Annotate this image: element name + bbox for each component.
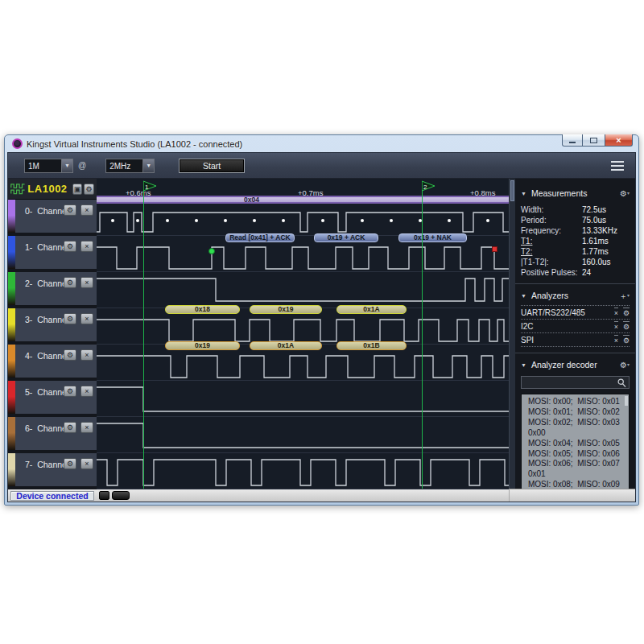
channel-settings-button[interactable]: ⚙ <box>64 313 76 324</box>
channel-color-strip <box>8 272 15 305</box>
titlebar[interactable]: Kingst Virtual Instruments Studio (LA100… <box>7 135 636 152</box>
trigger-line-2[interactable] <box>422 182 423 489</box>
measurement-label: Frequency: <box>521 225 582 236</box>
gear-icon[interactable]: ⚙▾ <box>620 189 630 198</box>
decoder-list[interactable]: MOSI: 0x00; MISO: 0x01MOSI: 0x01; MISO: … <box>521 394 630 489</box>
vertical-scrollbar[interactable] <box>509 179 515 489</box>
channel-close-button[interactable]: × <box>80 204 93 216</box>
analyzer-row[interactable]: I2C×⚙ <box>521 320 630 333</box>
channel-close-button[interactable]: × <box>80 349 93 361</box>
remove-analyzer-icon[interactable]: × <box>614 321 618 331</box>
measurement-value: 1.61ms <box>582 236 609 246</box>
channel-close-button[interactable]: × <box>80 386 93 397</box>
channel-settings-button[interactable]: ⚙ <box>64 349 76 361</box>
gear-icon[interactable]: ⚙▾ <box>620 361 630 369</box>
collapse-icon[interactable]: ▼ <box>521 293 526 299</box>
measurement-label: |T1-T2|: <box>521 257 582 267</box>
decoder-search <box>521 376 630 389</box>
waveform-row-ch6[interactable] <box>97 417 509 453</box>
vertical-scrollbar-thumb[interactable] <box>510 180 514 201</box>
decoder-line: MOSI: 0x00; MISO: 0x01 <box>528 397 629 407</box>
measurement-value: 24 <box>582 267 591 278</box>
wave-area[interactable]: +0.6ms +0.7ms +0.8ms 1 2 0x <box>97 179 509 489</box>
analyzer-settings-icon[interactable]: ⚙ <box>623 321 630 331</box>
menu-icon[interactable] <box>611 161 624 171</box>
channel-settings-button[interactable]: ⚙ <box>64 241 76 252</box>
t1-marker[interactable] <box>208 248 215 254</box>
analyzer-label: I2C <box>521 322 534 331</box>
waveform-row-ch0[interactable] <box>97 200 509 236</box>
analyzer-settings-icon[interactable]: ⚙ <box>623 308 630 317</box>
at-label: @ <box>78 161 86 170</box>
device-settings-button[interactable]: ⚙ <box>84 184 94 195</box>
measurement-row: Frequency:13.33KHz <box>521 225 630 236</box>
chevron-down-icon[interactable]: ▼ <box>61 159 73 173</box>
channel-close-button[interactable]: × <box>80 458 93 469</box>
analyzer-row[interactable]: SPI×⚙ <box>521 333 630 347</box>
close-button[interactable]: × <box>605 134 633 147</box>
measurements-header[interactable]: ▼ Measurements ⚙▾ <box>521 187 630 200</box>
decoder-line: MOSI: 0x08; MISO: 0x09 <box>528 480 629 489</box>
channel-color-strip <box>8 453 15 486</box>
status-bar: Device connected <box>8 489 635 502</box>
add-analyzer-icon[interactable]: ＋▾ <box>619 291 630 300</box>
collapse-icon[interactable]: ▼ <box>521 362 526 368</box>
maximize-icon <box>590 138 597 143</box>
remove-analyzer-icon[interactable]: × <box>614 308 618 317</box>
channel-row[interactable]: 1- Channel 1⚙× <box>8 236 97 272</box>
collapse-icon[interactable]: ▼ <box>521 191 526 196</box>
remove-analyzer-icon[interactable]: × <box>614 335 618 345</box>
decoder-scrollbar-thumb[interactable] <box>625 396 628 406</box>
channel-row[interactable]: 5- Channel 5⚙× <box>8 381 97 417</box>
chevron-down-icon[interactable]: ▼ <box>142 159 155 173</box>
analyzer-row[interactable]: UART/RS232/485×⚙ <box>521 306 630 320</box>
decoder-search-input[interactable] <box>522 377 629 388</box>
spi-label: 0x1A <box>250 341 322 350</box>
spi-label: 0x18 <box>165 305 240 314</box>
spi-label: 0x1B <box>336 341 407 350</box>
analyzer-settings-icon[interactable]: ⚙ <box>623 335 630 345</box>
minimize-icon <box>569 142 576 143</box>
channel-close-button[interactable]: × <box>80 277 93 288</box>
channel-row[interactable]: 4- Channel 4⚙× <box>8 345 97 381</box>
channel-color-strip <box>8 236 15 269</box>
start-button[interactable]: Start <box>179 159 245 173</box>
channel-settings-button[interactable]: ⚙ <box>64 386 76 397</box>
minimize-button[interactable] <box>562 134 583 147</box>
analyzer-label: SPI <box>521 336 534 345</box>
channel-row[interactable]: 2- Channel 2⚙× <box>8 272 97 308</box>
h-scrollbar-button[interactable] <box>99 491 109 500</box>
channel-close-button[interactable]: × <box>80 241 93 252</box>
sample-count-select[interactable]: 1M ▼ <box>24 159 73 173</box>
sample-rate-select[interactable]: 2MHz ▼ <box>105 159 155 173</box>
channel-color-strip <box>8 417 15 450</box>
channel-color-strip <box>8 381 15 414</box>
waveform-row-ch2[interactable] <box>97 272 509 308</box>
display-settings-button[interactable]: ▣ <box>72 184 83 195</box>
decoder-header[interactable]: ▼ Analyzer decoder ⚙▾ <box>521 358 630 371</box>
t2-marker[interactable] <box>492 246 497 252</box>
channel-close-button[interactable]: × <box>80 313 93 324</box>
measurement-label: T1: <box>521 236 582 246</box>
trigger-flag-2[interactable]: 2 <box>422 180 438 192</box>
channel-settings-button[interactable]: ⚙ <box>64 277 76 288</box>
channel-settings-button[interactable]: ⚙ <box>64 458 76 469</box>
channel-settings-button[interactable]: ⚙ <box>64 422 76 433</box>
channel-row[interactable]: 0- Channel 0⚙× <box>8 200 97 236</box>
maximize-button[interactable] <box>583 134 605 147</box>
trigger-line-1[interactable] <box>143 182 144 489</box>
h-scrollbar-thumb[interactable] <box>112 491 130 500</box>
trigger-flag-1[interactable]: 1 <box>143 180 159 192</box>
decoder-line: MOSI: 0x05; MISO: 0x06 <box>528 449 629 460</box>
i2c-packet-label: 0x04 <box>244 196 259 204</box>
channel-row[interactable]: 7- Channel 7⚙× <box>8 453 97 489</box>
analyzers-header[interactable]: ▼ Analyzers ＋▾ <box>521 289 630 302</box>
measurement-value: 75.0us <box>582 215 606 225</box>
waveform-row-ch7[interactable] <box>97 453 509 489</box>
measurement-row: Period:75.0us <box>521 215 630 225</box>
channel-row[interactable]: 6- Channel 6⚙× <box>8 417 97 453</box>
channel-close-button[interactable]: × <box>80 422 93 433</box>
waveform-row-ch5[interactable] <box>97 381 509 417</box>
channel-row[interactable]: 3- Channel 3⚙× <box>8 308 97 345</box>
channel-settings-button[interactable]: ⚙ <box>64 204 76 216</box>
